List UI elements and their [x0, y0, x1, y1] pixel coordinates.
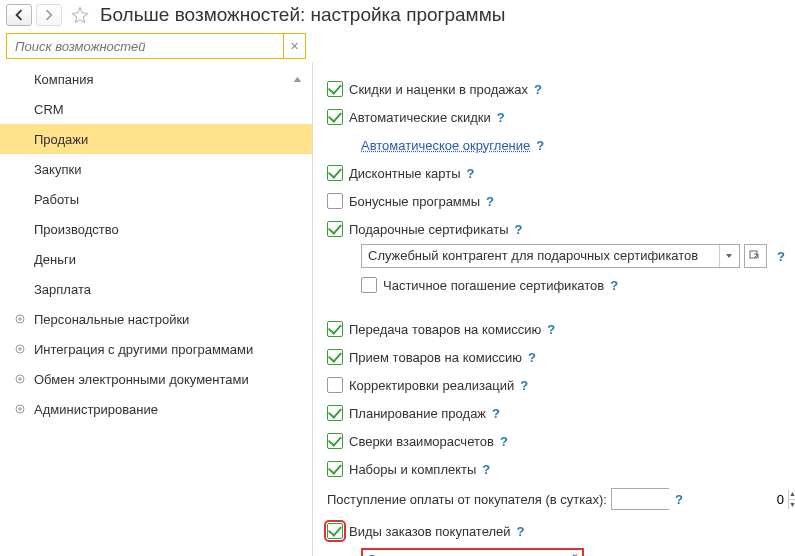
label-partial-cert: Частичное погашение сертификатов	[383, 278, 604, 293]
label-discounts: Скидки и наценки в продажах	[349, 82, 528, 97]
row-bonus: Бонусные программы ?	[327, 188, 785, 214]
favorite-icon[interactable]	[70, 5, 90, 25]
checkbox-partial-cert[interactable]	[361, 277, 377, 293]
checkbox-reconciliation[interactable]	[327, 433, 343, 449]
label-commission-in: Прием товаров на комиссию	[349, 350, 522, 365]
checkbox-commission-out[interactable]	[327, 321, 343, 337]
help-icon[interactable]: ?	[777, 249, 785, 264]
checkbox-order-types[interactable]	[327, 523, 343, 539]
row-auto-rounding: Автоматическое округление ?	[327, 132, 785, 158]
highlight-box: Список видов заказов покупателей	[361, 548, 584, 557]
checkbox-commission-in[interactable]	[327, 349, 343, 365]
row-corrections: Корректировки реализаций ?	[327, 372, 785, 398]
label-payment-days: Поступление оплаты от покупателя (в сутк…	[327, 492, 607, 507]
checkbox-planning[interactable]	[327, 405, 343, 421]
forward-button[interactable]	[36, 4, 62, 26]
help-icon[interactable]: ?	[528, 350, 536, 365]
row-auto-discount: Автоматические скидки ?	[327, 104, 785, 130]
sidebar-item-works[interactable]: Работы	[0, 184, 312, 214]
plus-icon	[14, 403, 26, 415]
help-icon[interactable]: ?	[547, 322, 555, 337]
sidebar-item-label: Администрирование	[34, 402, 158, 417]
sidebar-item-sales[interactable]: Продажи	[0, 124, 312, 154]
label-commission-out: Передача товаров на комиссию	[349, 322, 541, 337]
label-sets: Наборы и комплекты	[349, 462, 476, 477]
plus-icon	[14, 343, 26, 355]
checkbox-discounts[interactable]	[327, 81, 343, 97]
label-auto-discount: Автоматические скидки	[349, 110, 491, 125]
label-planning: Планирование продаж	[349, 406, 486, 421]
row-planning: Планирование продаж ?	[327, 400, 785, 426]
row-sets: Наборы и комплекты ?	[327, 456, 785, 482]
spin-down-button[interactable]: ▼	[789, 500, 795, 510]
search-clear-button[interactable]: ×	[283, 34, 305, 58]
help-icon[interactable]: ?	[492, 406, 500, 421]
row-gift-combo: Служебный контрагент для подарочных серт…	[327, 244, 785, 268]
sidebar: Компания CRM Продажи Закупки Работы Прои…	[0, 62, 312, 556]
payment-days-input[interactable]	[612, 489, 788, 509]
plus-icon	[14, 313, 26, 325]
sidebar-item-label: Зарплата	[34, 282, 91, 297]
spin-up-button[interactable]: ▲	[789, 489, 795, 500]
sidebar-item-purchases[interactable]: Закупки	[0, 154, 312, 184]
payment-days-input-wrap: ▲ ▼	[611, 488, 669, 510]
checkbox-sets[interactable]	[327, 461, 343, 477]
help-icon[interactable]: ?	[486, 194, 494, 209]
sidebar-item-label: Производство	[34, 222, 119, 237]
link-auto-rounding[interactable]: Автоматическое округление	[361, 138, 530, 153]
checkbox-gift-cert[interactable]	[327, 221, 343, 237]
row-partial-cert: Частичное погашение сертификатов ?	[327, 272, 785, 298]
sidebar-item-production[interactable]: Производство	[0, 214, 312, 244]
dropdown-icon[interactable]	[719, 245, 739, 267]
help-icon[interactable]: ?	[482, 462, 490, 477]
help-icon[interactable]: ?	[514, 222, 522, 237]
help-icon[interactable]: ?	[536, 138, 544, 153]
toolbar: Больше возможностей: настройка программы	[0, 0, 795, 30]
label-discount-cards: Дисконтные карты	[349, 166, 461, 181]
help-icon[interactable]: ?	[520, 378, 528, 393]
help-icon[interactable]: ?	[517, 524, 525, 539]
row-discounts: Скидки и наценки в продажах ?	[327, 76, 785, 102]
sidebar-item-crm[interactable]: CRM	[0, 94, 312, 124]
spinner: ▲ ▼	[788, 489, 795, 509]
sidebar-item-integration[interactable]: Интеграция с другими программами	[0, 334, 312, 364]
checkbox-bonus[interactable]	[327, 193, 343, 209]
sidebar-item-admin[interactable]: Администрирование	[0, 394, 312, 424]
content: Скидки и наценки в продажах ? Автоматиче…	[312, 62, 795, 556]
checkbox-discount-cards[interactable]	[327, 165, 343, 181]
label-corrections: Корректировки реализаций	[349, 378, 514, 393]
help-icon[interactable]: ?	[500, 434, 508, 449]
page-title: Больше возможностей: настройка программы	[100, 4, 505, 26]
sidebar-item-label: Интеграция с другими программами	[34, 342, 253, 357]
help-icon[interactable]: ?	[497, 110, 505, 125]
open-external-button[interactable]	[744, 244, 767, 268]
sidebar-item-label: Обмен электронными документами	[34, 372, 249, 387]
label-reconciliation: Сверки взаиморасчетов	[349, 434, 494, 449]
help-icon[interactable]: ?	[467, 166, 475, 181]
help-icon[interactable]: ?	[534, 82, 542, 97]
checkbox-corrections[interactable]	[327, 377, 343, 393]
sidebar-item-salary[interactable]: Зарплата	[0, 274, 312, 304]
label-bonus: Бонусные программы	[349, 194, 480, 209]
sidebar-item-edoc[interactable]: Обмен электронными документами	[0, 364, 312, 394]
search-input[interactable]	[7, 34, 283, 58]
row-gift-cert: Подарочные сертификаты ?	[327, 216, 785, 242]
row-commission-out: Передача товаров на комиссию ?	[327, 316, 785, 342]
sidebar-item-personal[interactable]: Персональные настройки	[0, 304, 312, 334]
help-icon[interactable]: ?	[610, 278, 618, 293]
row-discount-cards: Дисконтные карты ?	[327, 160, 785, 186]
link-order-types-list[interactable]: Список видов заказов покупателей	[367, 552, 578, 557]
combo-text: Служебный контрагент для подарочных серт…	[362, 245, 719, 267]
row-payment-days: Поступление оплаты от покупателя (в сутк…	[327, 486, 785, 512]
help-icon[interactable]: ?	[675, 492, 683, 507]
label-gift-cert: Подарочные сертификаты	[349, 222, 508, 237]
search-box: ×	[6, 33, 306, 59]
checkbox-auto-discount[interactable]	[327, 109, 343, 125]
search-wrap: ×	[0, 30, 795, 62]
back-button[interactable]	[6, 4, 32, 26]
gift-contractor-select[interactable]: Служебный контрагент для подарочных серт…	[361, 244, 740, 268]
sidebar-item-money[interactable]: Деньги	[0, 244, 312, 274]
sidebar-item-label: Продажи	[34, 132, 88, 147]
sidebar-item-company[interactable]: Компания	[0, 64, 312, 94]
row-reconciliation: Сверки взаиморасчетов ?	[327, 428, 785, 454]
